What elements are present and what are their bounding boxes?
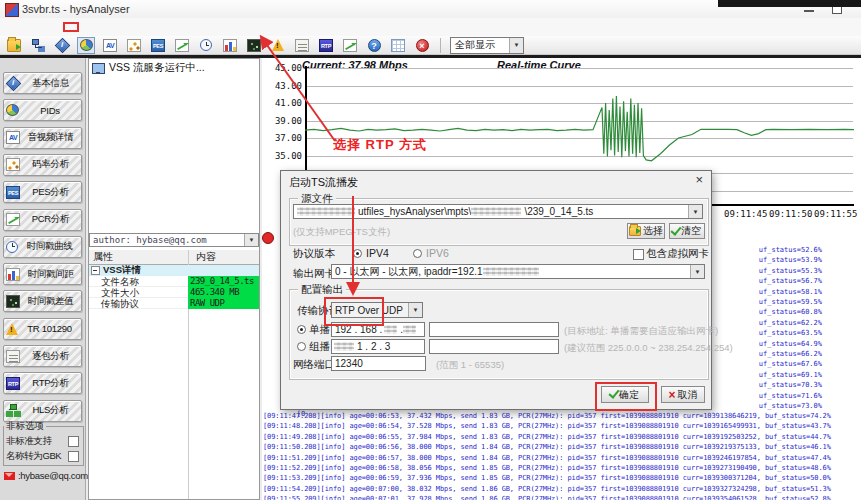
clear-button[interactable]: 清空 xyxy=(669,223,705,239)
menu-item-stream-convert[interactable] xyxy=(36,25,46,29)
tool-rtp[interactable] xyxy=(317,37,335,54)
collapse-icon[interactable] xyxy=(91,266,100,275)
menu-item-file[interactable] xyxy=(6,25,16,29)
protocol-version-label: 协议版本 xyxy=(293,247,335,261)
pie-icon xyxy=(80,39,93,51)
unicast-extra-field[interactable] xyxy=(429,322,559,337)
display-filter-dropdown[interactable]: 全部显示 ▼ xyxy=(450,37,524,54)
table-row[interactable]: 传输协议 RAW UDP xyxy=(89,298,259,309)
unicast-ip-field[interactable]: 192 . 168 . . xyxy=(331,322,425,337)
sidebar-item-bitrate[interactable]: 码率分析 xyxy=(3,154,82,176)
sidebar-item-timestamp-diff[interactable]: 时间戳差值 xyxy=(3,290,82,312)
clock-icon xyxy=(6,241,18,253)
scatter-icon xyxy=(127,39,141,52)
output-nic-combobox[interactable]: 0 - 以太网 - 以太网, ipaddr=192.1 ▼ xyxy=(331,264,705,279)
tool-tr101290[interactable] xyxy=(269,37,287,54)
menu-item-stream-cast[interactable] xyxy=(66,25,76,29)
sidebar-item-pids[interactable]: PIDs xyxy=(3,99,82,121)
ok-button[interactable]: 确定 xyxy=(601,386,649,403)
gridline xyxy=(307,86,853,87)
ipv4-radio[interactable] xyxy=(353,249,362,258)
sidebar-item-av-details[interactable]: 音视频详情 xyxy=(3,127,82,149)
sidebar-item-packet-analysis[interactable]: 逐包分析 xyxy=(3,345,82,367)
table-row[interactable]: 文件名称 239_0_14_5.ts xyxy=(89,276,259,287)
cancel-button[interactable]: × 取消 xyxy=(661,386,705,403)
sidebar-item-basic-info[interactable]: 基本信息 xyxy=(3,72,82,94)
tool-pes[interactable] xyxy=(149,37,167,54)
choose-file-button[interactable]: 选择 xyxy=(627,223,665,239)
multicast-extra-field[interactable] xyxy=(429,339,559,354)
chevron-down-icon[interactable]: ▼ xyxy=(244,234,258,246)
menu-item-fix-ts[interactable] xyxy=(46,25,56,29)
chevron-down-icon[interactable]: ▼ xyxy=(509,38,523,53)
checkbox-icon[interactable] xyxy=(68,436,79,447)
transport-protocol-combobox[interactable]: RTP Over UDP ▼ xyxy=(331,302,423,318)
author-dropdown[interactable]: author: hybase@qq.com ▼ xyxy=(89,233,259,247)
record-indicator-icon xyxy=(262,232,274,244)
source-path-combobox[interactable]: utfiles_hysAnalyser\mpts\ \239_0_14_5.ts… xyxy=(293,204,703,219)
tool-report[interactable] xyxy=(389,37,407,54)
trend-icon xyxy=(343,39,357,52)
tree-item-vss-service[interactable]: VSS 流服务运行中... xyxy=(92,61,205,75)
tool-open[interactable] xyxy=(5,37,23,54)
chevron-down-icon[interactable]: ▼ xyxy=(690,265,704,278)
option-nonstandard-support[interactable]: 非标准支持 xyxy=(4,433,83,448)
author-dropdown-value: author: hybase@qq.com xyxy=(90,235,244,245)
menu-item-data-export[interactable] xyxy=(16,25,26,29)
chevron-down-icon[interactable]: ▼ xyxy=(688,205,702,218)
pie-icon xyxy=(6,104,19,116)
tool-timestamp-diff[interactable] xyxy=(245,37,263,54)
tool-basic-info[interactable] xyxy=(53,37,71,54)
table-row[interactable]: 文件大小 465.340 MB xyxy=(89,287,259,298)
option-name-to-gbk[interactable]: 名称转为GBK xyxy=(4,448,83,463)
info-diamond-icon xyxy=(55,39,69,52)
ipv6-radio[interactable] xyxy=(413,249,422,258)
menu-item-help[interactable] xyxy=(76,25,86,29)
unicast-label: 单播 xyxy=(309,323,330,337)
warning-icon xyxy=(6,323,18,335)
sidebar-item-timestamp-interval[interactable]: 时间戳间距 xyxy=(3,263,82,285)
column-header-value: 内容 xyxy=(192,250,259,264)
menu-item-view[interactable] xyxy=(26,25,36,29)
multicast-radio[interactable] xyxy=(297,342,306,351)
network-port-field[interactable]: 12340 xyxy=(331,356,426,371)
tool-av-details[interactable] xyxy=(101,37,119,54)
sidebar-item-pcr[interactable]: PCR分析 xyxy=(3,209,82,231)
bars-icon xyxy=(223,39,237,52)
tool-timestamp-interval[interactable] xyxy=(221,37,239,54)
help-icon xyxy=(368,39,381,52)
annotation-select-rtp: 选择 RTP 方式 xyxy=(333,136,427,154)
tool-network[interactable] xyxy=(29,37,47,54)
tool-timestamp-curve[interactable] xyxy=(197,37,215,54)
sidebar-item-timestamp-curve[interactable]: 时间戳曲线 xyxy=(3,236,82,258)
source-path-file: \239_0_14_5.ts xyxy=(521,206,593,217)
property-group-row[interactable]: VSS详情 xyxy=(89,265,259,276)
tool-pids[interactable] xyxy=(77,37,95,54)
tool-bitrate[interactable] xyxy=(125,37,143,54)
network-share-icon xyxy=(31,39,45,52)
sidebar-item-tr101290[interactable]: TR 101290 xyxy=(3,318,82,340)
tool-stream-trend[interactable] xyxy=(341,37,359,54)
tool-packet-analysis[interactable] xyxy=(293,37,311,54)
sidebar-item-pes[interactable]: PES分析 xyxy=(3,181,82,203)
tool-help[interactable] xyxy=(365,37,383,54)
multicast-ip-field[interactable]: 1 . 2 . 3 xyxy=(331,339,425,354)
network-port-label: 网络端口 xyxy=(293,358,335,372)
chevron-down-icon[interactable]: ▼ xyxy=(408,303,422,317)
log-line: [09:11:52.209][info] age=00:06:58, 38.05… xyxy=(263,464,831,472)
menu-item-edit-ts[interactable] xyxy=(56,25,66,29)
unicast-radio[interactable] xyxy=(297,325,306,334)
tool-exit[interactable] xyxy=(413,37,431,54)
table-icon xyxy=(391,39,405,52)
pes-icon xyxy=(6,186,20,199)
multicast-label: 组播 xyxy=(309,340,330,354)
notes-icon xyxy=(6,350,20,363)
virtual-nic-checkbox[interactable] xyxy=(633,249,644,260)
minimize-button[interactable] xyxy=(804,10,814,12)
close-icon[interactable]: × xyxy=(695,173,703,186)
checkbox-icon[interactable] xyxy=(68,451,79,462)
sidebar-item-rtp[interactable]: RTP分析 xyxy=(3,372,82,394)
tool-pcr[interactable] xyxy=(173,37,191,54)
clock-icon xyxy=(200,39,212,51)
sidebar-item-hls[interactable]: HLS分析 xyxy=(3,400,82,422)
